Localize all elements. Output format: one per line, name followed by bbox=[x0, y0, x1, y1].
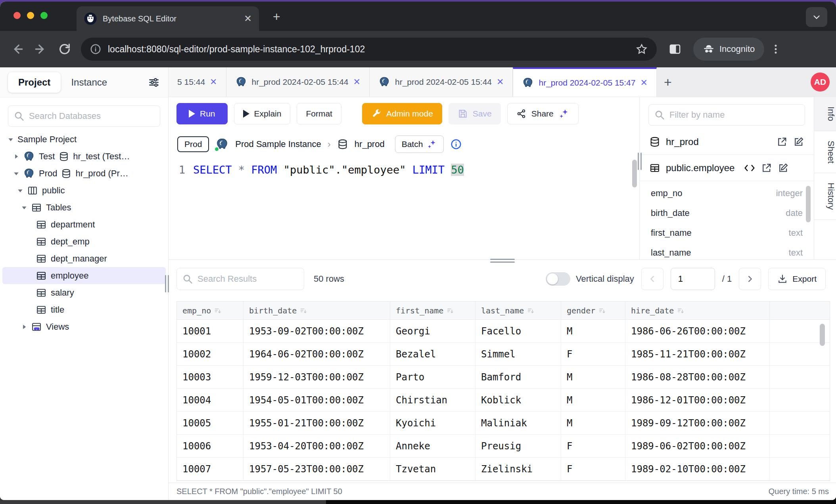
filter-settings-icon[interactable] bbox=[148, 76, 160, 89]
header-last-name[interactable]: last_name bbox=[476, 302, 561, 319]
results-search[interactable] bbox=[176, 268, 304, 290]
edit-icon[interactable] bbox=[793, 136, 804, 147]
sql-editor[interactable]: 1 SELECT * FROM "public"."employee" LIMI… bbox=[169, 158, 639, 260]
table-row[interactable]: 100021964-06-02T00:00:00ZBezalelSimmelF1… bbox=[177, 343, 830, 366]
save-button[interactable]: Save bbox=[449, 103, 501, 124]
info-icon[interactable] bbox=[450, 138, 462, 150]
table-row[interactable]: 100061953-04-20T00:00:00ZAnnekePreusigF1… bbox=[177, 435, 830, 458]
maximize-window-button[interactable] bbox=[40, 12, 48, 19]
avatar[interactable]: AD bbox=[811, 73, 830, 92]
sheet-tab-2[interactable]: hr_prod 2024-02-05 15:44 ✕ bbox=[226, 67, 370, 97]
bookmark-star-icon[interactable] bbox=[635, 43, 648, 55]
table-row[interactable]: 100071957-05-23T00:00:00ZTzvetanZielinsk… bbox=[177, 458, 830, 481]
table-row[interactable]: 100011953-09-02T00:00:00ZGeorgiFacelloM1… bbox=[177, 320, 830, 343]
sheet-tab-1[interactable]: 5 15:44 ✕ bbox=[169, 67, 226, 97]
export-button[interactable]: Export bbox=[768, 268, 826, 290]
close-tab-icon[interactable]: ✕ bbox=[210, 77, 217, 87]
results-search-input[interactable] bbox=[197, 274, 298, 284]
site-info-icon[interactable] bbox=[90, 43, 102, 55]
tree-tables-group[interactable]: Tables bbox=[0, 199, 168, 216]
tree-table-department[interactable]: department bbox=[0, 216, 168, 233]
header-first-name[interactable]: first_name bbox=[390, 302, 476, 319]
new-tab-icon[interactable]: + bbox=[273, 11, 280, 22]
instance-name[interactable]: Prod Sample Instance bbox=[235, 139, 321, 149]
table-row[interactable]: 100041954-05-01T00:00:00ZChirstianKoblic… bbox=[177, 389, 830, 412]
explain-button[interactable]: Explain bbox=[234, 103, 291, 124]
caret-down-icon[interactable] bbox=[17, 188, 23, 193]
tree-table-dept-emp[interactable]: dept_emp bbox=[0, 233, 168, 250]
share-button[interactable]: Share bbox=[507, 103, 579, 124]
column-row[interactable]: emp_no integer bbox=[640, 183, 814, 203]
admin-mode-button[interactable]: Admin mode bbox=[362, 103, 442, 124]
caret-down-icon[interactable] bbox=[21, 205, 27, 210]
side-tab-info[interactable]: Info bbox=[814, 97, 836, 131]
tree-project[interactable]: Sample Project bbox=[0, 131, 168, 148]
close-tab-icon[interactable]: ✕ bbox=[640, 78, 647, 88]
close-tab-icon[interactable]: ✕ bbox=[497, 77, 504, 87]
edit-icon[interactable] bbox=[778, 162, 789, 174]
header-hire-date[interactable]: hire_date bbox=[625, 302, 770, 319]
header-gender[interactable]: gender bbox=[561, 302, 625, 319]
header-emp-no[interactable]: emp_no bbox=[177, 302, 244, 319]
external-link-icon[interactable] bbox=[777, 136, 788, 147]
sheet-tab-4-active[interactable]: hr_prod 2024-02-05 15:47 ✕ bbox=[513, 67, 656, 97]
table-row[interactable]: 100031959-12-03T00:00:00ZPartoBamfordM19… bbox=[177, 366, 830, 389]
sheet-tab-3[interactable]: hr_prod 2024-02-05 15:44 ✕ bbox=[370, 67, 513, 97]
sort-icon[interactable] bbox=[447, 307, 454, 314]
forward-icon[interactable] bbox=[34, 42, 48, 56]
tree-views-group[interactable]: Views bbox=[0, 318, 168, 335]
column-row[interactable]: birth_date date bbox=[640, 203, 814, 223]
tab-instance[interactable]: Instance bbox=[61, 72, 117, 93]
environment-chip[interactable]: Prod bbox=[177, 136, 209, 152]
editor-scrollbar[interactable] bbox=[632, 160, 637, 187]
caret-right-icon[interactable] bbox=[21, 324, 27, 330]
add-sheet-icon[interactable]: + bbox=[657, 67, 679, 97]
close-tab-icon[interactable]: ✕ bbox=[353, 77, 360, 87]
column-row[interactable]: first_name text bbox=[640, 223, 814, 243]
prev-page-button[interactable] bbox=[641, 268, 663, 290]
address-bar[interactable]: localhost:8080/sql-editor/prod-sample-in… bbox=[81, 38, 657, 61]
tree-table-dept-manager[interactable]: dept_manager bbox=[0, 250, 168, 267]
database-name[interactable]: hr_prod bbox=[355, 139, 385, 149]
schema-filter-input[interactable] bbox=[669, 110, 799, 120]
chrome-tab[interactable]: Bytebase SQL Editor ✕ bbox=[77, 6, 259, 31]
sort-icon[interactable] bbox=[677, 307, 684, 314]
sort-icon[interactable] bbox=[214, 307, 221, 314]
page-number-input[interactable] bbox=[671, 268, 715, 290]
tab-search-chevron-icon[interactable] bbox=[806, 7, 827, 27]
tree-table-salary[interactable]: salary bbox=[0, 284, 168, 301]
back-icon[interactable] bbox=[10, 42, 24, 56]
close-window-button[interactable] bbox=[13, 12, 21, 19]
panel-resize-handle-horizontal[interactable] bbox=[490, 259, 515, 263]
chrome-tab-close-icon[interactable]: ✕ bbox=[244, 13, 252, 24]
database-search-input[interactable] bbox=[29, 111, 154, 121]
schema-scrollbar[interactable] bbox=[806, 186, 811, 222]
batch-button[interactable]: Batch bbox=[395, 136, 444, 153]
schema-database-row[interactable]: hr_prod bbox=[640, 129, 814, 155]
schema-filter[interactable] bbox=[648, 104, 805, 126]
sort-icon[interactable] bbox=[598, 307, 606, 314]
schema-table-row[interactable]: public.employee bbox=[640, 155, 814, 181]
vertical-display-toggle[interactable] bbox=[546, 272, 570, 286]
caret-right-icon[interactable] bbox=[13, 154, 19, 159]
code-icon[interactable] bbox=[744, 162, 755, 174]
reload-icon[interactable] bbox=[58, 42, 71, 56]
tree-table-title[interactable]: title bbox=[0, 301, 168, 318]
side-tab-history[interactable]: History bbox=[814, 173, 836, 220]
next-page-button[interactable] bbox=[739, 268, 761, 290]
side-panel-icon[interactable] bbox=[667, 41, 683, 57]
caret-down-icon[interactable] bbox=[13, 171, 19, 176]
run-button[interactable]: Run bbox=[176, 103, 228, 124]
minimize-window-button[interactable] bbox=[27, 12, 34, 19]
header-birth-date[interactable]: birth_date bbox=[244, 302, 390, 319]
sort-icon[interactable] bbox=[527, 307, 534, 314]
chrome-menu-icon[interactable] bbox=[770, 43, 782, 55]
tree-db-hr-prod[interactable]: Prod hr_prod (Pr… bbox=[0, 165, 168, 182]
results-scrollbar[interactable] bbox=[820, 324, 825, 346]
caret-down-icon[interactable] bbox=[8, 137, 13, 142]
external-link-icon[interactable] bbox=[761, 162, 772, 174]
format-button[interactable]: Format bbox=[297, 103, 341, 124]
side-tab-sheet[interactable]: Sheet bbox=[814, 131, 836, 174]
database-search[interactable] bbox=[8, 105, 160, 127]
sort-icon[interactable] bbox=[300, 307, 307, 314]
